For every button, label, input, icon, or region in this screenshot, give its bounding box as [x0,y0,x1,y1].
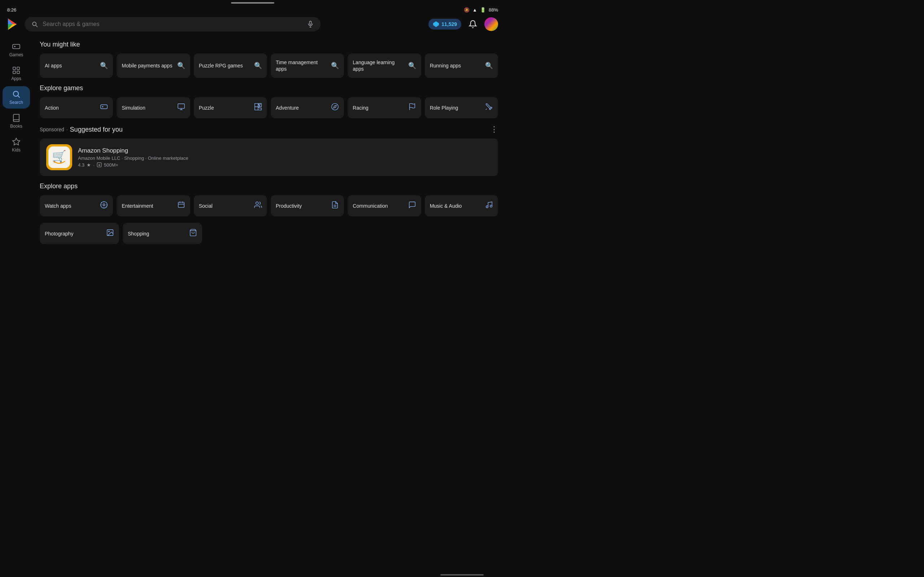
svg-point-33 [490,205,492,207]
apps-icon [12,66,21,75]
sidebar-item-games[interactable]: Games [3,39,30,61]
search-card-icon: 🔍 [254,62,262,69]
sidebar-item-search[interactable]: Search [3,86,30,108]
svg-rect-16 [178,104,184,108]
sidebar-item-apps[interactable]: Apps [3,62,30,85]
amazon-app-developer: Amazon Mobile LLC · Shopping · Online ma… [78,155,188,161]
might-like-card-0[interactable]: AI apps🔍 [40,53,113,78]
game-genre-icon [408,103,416,113]
user-avatar[interactable] [485,17,498,31]
might-like-card-3[interactable]: Time management apps🔍 [271,53,344,78]
app-cat-icon [485,201,493,211]
svg-point-13 [13,91,18,96]
explore-apps-title: Explore apps [40,182,498,190]
search-bar[interactable] [24,17,320,31]
sidebar-label-apps: Apps [11,76,21,81]
explore-games-title: Explore games [40,84,498,92]
sidebar-item-books[interactable]: Books [3,110,30,132]
game-genre-icon [177,103,185,113]
game-card-action[interactable]: Action [40,97,113,118]
svg-point-17 [332,103,338,110]
svg-point-35 [108,231,109,232]
app-card-entertainment[interactable]: Entertainment [116,195,190,216]
points-badge[interactable]: 11,529 [428,19,461,29]
explore-apps-cards: Watch appsEntertainmentSocialProductivit… [40,195,498,216]
battery-icon: 🔋 [480,7,486,13]
search-icon [31,21,38,28]
sidebar-item-kids[interactable]: Kids [3,134,30,156]
main-content: You might like AI apps🔍Mobile payments a… [32,35,505,254]
svg-rect-8 [13,44,20,49]
amazon-app-icon: 🛒 [46,144,72,170]
more-options-button[interactable]: ⋮ [490,125,498,134]
app-cat2-icon [106,229,114,239]
might-like-card-1[interactable]: Mobile payments apps🔍 [116,53,190,78]
search-card-icon: 🔍 [177,62,185,69]
search-card-icon: 🔍 [331,62,339,69]
svg-rect-10 [17,67,19,69]
svg-rect-5 [310,21,312,24]
top-right-actions: 11,529 [428,17,498,31]
might-like-card-5[interactable]: Running apps🔍 [425,53,498,78]
svg-marker-7 [433,22,439,27]
search-card-icon: 🔍 [485,62,493,69]
search-input[interactable] [43,21,302,27]
game-card-racing[interactable]: Racing [347,97,421,118]
sidebar-label-games: Games [10,52,23,57]
app-card2-photography[interactable]: Photography [40,223,119,244]
might-like-card-4[interactable]: Language learning apps🔍 [347,53,421,78]
search-card-icon: 🔍 [100,62,108,69]
game-card-simulation[interactable]: Simulation [116,97,190,118]
app-cat-icon [100,201,108,211]
svg-rect-9 [13,67,16,69]
game-card-role-playing[interactable]: Role Playing [425,97,498,118]
app-card-productivity[interactable]: Productivity [271,195,344,216]
explore-apps-cards-2: PhotographyShopping [40,223,498,244]
app-card-music---audio[interactable]: Music & Audio [425,195,498,216]
explore-games-cards: ActionSimulationPuzzleAdventureRacingRol… [40,97,498,118]
amazon-app-rating: 4.3 ★ · 500M+ [78,162,188,168]
svg-point-32 [486,206,488,208]
sidebar: Games Apps Search Books [0,35,32,254]
notifications-button[interactable] [466,18,479,31]
status-bar: 8:26 ▲ 🔋 88% [0,5,505,15]
dot-separator: · [66,127,68,132]
books-icon [12,114,21,122]
app-cat-icon [177,201,185,211]
svg-rect-15 [101,105,107,109]
game-card-adventure[interactable]: Adventure [271,97,344,118]
sponsored-label: Sponsored [40,127,64,132]
app-cat-icon [254,201,262,211]
might-like-card-2[interactable]: Puzzle RPG games🔍 [194,53,267,78]
game-genre-icon [254,103,262,113]
search-card-icon: 🔍 [408,62,416,69]
sidebar-label-books: Books [10,124,22,129]
svg-text:🛒: 🛒 [52,150,66,163]
amazon-app-info: Amazon Shopping Amazon Mobile LLC · Shop… [78,147,188,168]
mute-icon [464,7,470,13]
mic-icon[interactable] [307,21,314,28]
app-cat-icon [331,201,339,211]
battery-level: 88% [489,7,498,13]
sidebar-label-search: Search [10,100,23,105]
wifi-icon: ▲ [472,7,477,13]
app-card-watch-apps[interactable]: Watch apps [40,195,113,216]
top-bar: 11,529 [0,15,505,35]
play-store-logo[interactable] [5,17,19,31]
app-card-social[interactable]: Social [194,195,267,216]
amazon-app-card[interactable]: 🛒 Amazon Shopping Amazon Mobile LLC · Sh… [40,139,498,176]
app-card2-shopping[interactable]: Shopping [123,223,202,244]
you-might-like-title: You might like [40,41,498,48]
game-genre-icon [100,103,108,113]
app-card-communication[interactable]: Communication [347,195,421,216]
download-icon [97,162,102,167]
amazon-app-name: Amazon Shopping [78,147,188,154]
svg-point-29 [256,202,258,205]
search-nav-icon [12,90,21,98]
game-genre-icon [485,103,493,113]
svg-rect-11 [13,71,16,74]
svg-marker-18 [333,105,336,108]
game-card-puzzle[interactable]: Puzzle [194,97,267,118]
game-genre-icon [331,103,339,113]
svg-rect-12 [17,71,19,74]
